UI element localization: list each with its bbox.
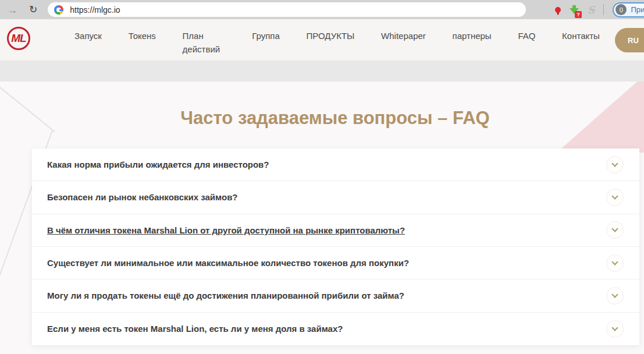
nav-item-roadmap[interactable]: План действий xyxy=(183,29,226,56)
google-icon xyxy=(54,5,63,15)
expand-chevron-icon[interactable] xyxy=(606,156,624,174)
faq-row[interactable]: Какая норма прибыли ожидается для инвест… xyxy=(32,148,639,181)
toolbar-extensions: ? S 0 Приоста xyxy=(555,0,644,19)
main-content: Часто задаваемые вопросы – FAQ Какая нор… xyxy=(0,82,644,354)
expand-chevron-icon[interactable] xyxy=(606,221,624,239)
site-header: ML Запуск Токенs План действий Группа ПР… xyxy=(0,19,644,59)
expand-chevron-icon[interactable] xyxy=(606,254,624,272)
nav-item-launch[interactable]: Запуск xyxy=(74,29,102,43)
faq-question: Могу ли я продать токены ещё до достижен… xyxy=(47,291,404,300)
nav-item-tokens[interactable]: Токенs xyxy=(129,29,156,43)
extension-badge: ? xyxy=(575,11,582,18)
nav-item-products[interactable]: ПРОДУКТЫ xyxy=(307,29,355,43)
faq-row[interactable]: Существует ли минимальное или максимальн… xyxy=(32,247,639,279)
faq-card: Какая норма прибыли ожидается для инвест… xyxy=(32,148,639,345)
pause-counter-badge: 0 xyxy=(615,4,627,15)
nav-item-team[interactable]: Группа xyxy=(252,29,280,43)
nav-item-partners[interactable]: партнеры xyxy=(453,29,492,43)
nav-item-contacts[interactable]: Контакты xyxy=(562,29,600,43)
gray-band xyxy=(0,59,644,82)
pause-extension-button[interactable]: 0 Приоста xyxy=(613,2,644,17)
main-nav: Запуск Токенs План действий Группа ПРОДУ… xyxy=(74,29,600,56)
faq-question: Безопасен ли рынок небанковских займов? xyxy=(47,192,238,202)
language-button[interactable]: RU xyxy=(615,28,644,52)
red-pin-extension-icon[interactable] xyxy=(555,7,561,13)
pause-button-label: Приоста xyxy=(631,5,644,14)
faq-question: В чём отличия токена Marshal Lion от дру… xyxy=(47,225,405,235)
forward-icon[interactable]: → xyxy=(7,5,17,15)
faq-question: Существует ли минимальное или максимальн… xyxy=(47,258,409,268)
faq-question: Какая норма прибыли ожидается для инвест… xyxy=(47,160,269,169)
nav-item-faq[interactable]: FAQ xyxy=(518,29,535,43)
download-arrow-extension-icon[interactable]: ? xyxy=(570,5,579,15)
reload-icon[interactable]: ↻ xyxy=(29,5,37,15)
nav-item-whitepaper[interactable]: Whitepaper xyxy=(381,29,426,43)
ml-logo[interactable]: ML xyxy=(7,27,30,50)
expand-chevron-icon[interactable] xyxy=(606,287,624,305)
browser-toolbar: → ↻ https://mlgc.io ? S 0 Приоста xyxy=(0,0,644,19)
faq-row[interactable]: Если у меня есть токен Marshal Lion, ест… xyxy=(32,313,639,345)
faq-question: Если у меня есть токен Marshal Lion, ест… xyxy=(47,324,343,334)
expand-chevron-icon[interactable] xyxy=(606,320,624,338)
expand-chevron-icon[interactable] xyxy=(606,189,624,206)
url-text[interactable]: https://mlgc.io xyxy=(70,5,120,15)
toolbar-divider xyxy=(603,4,604,15)
address-bar[interactable]: https://mlgc.io xyxy=(48,2,526,17)
s-extension-icon[interactable]: S xyxy=(588,4,595,16)
faq-row[interactable]: В чём отличия токена Marshal Lion от дру… xyxy=(32,214,639,247)
faq-row[interactable]: Могу ли я продать токены ещё до достижен… xyxy=(32,279,639,312)
faq-row[interactable]: Безопасен ли рынок небанковских займов? xyxy=(32,181,639,214)
page-title: Часто задаваемые вопросы – FAQ xyxy=(0,108,644,129)
